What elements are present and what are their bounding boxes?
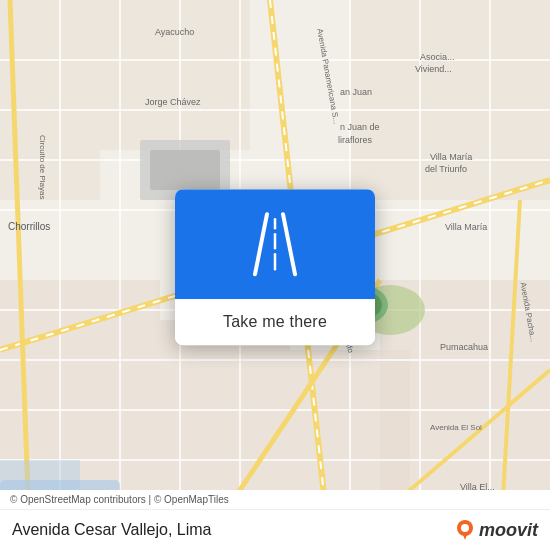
moovit-pin-icon <box>453 518 477 542</box>
svg-text:Chorrillos: Chorrillos <box>8 221 50 232</box>
location-row: Avenida Cesar Vallejo, Lima moovit <box>0 510 550 550</box>
svg-text:an Juan: an Juan <box>340 87 372 97</box>
svg-text:Ayacucho: Ayacucho <box>155 27 194 37</box>
svg-text:Pumacahua: Pumacahua <box>440 342 488 352</box>
svg-text:Avenida El Sol: Avenida El Sol <box>430 423 482 432</box>
card-icon-area <box>175 189 375 299</box>
take-me-there-button[interactable]: Take me there <box>175 299 375 345</box>
svg-text:liraflores: liraflores <box>338 135 373 145</box>
attribution-row: © OpenStreetMap contributors | © OpenMap… <box>0 490 550 510</box>
svg-rect-36 <box>150 150 220 190</box>
svg-text:Villa María: Villa María <box>430 152 472 162</box>
svg-text:Circuito de Playas: Circuito de Playas <box>38 135 47 199</box>
svg-point-64 <box>461 524 469 532</box>
svg-text:Viviend...: Viviend... <box>415 64 452 74</box>
moovit-brand-text: moovit <box>479 520 538 541</box>
action-card: Take me there <box>175 189 375 345</box>
svg-rect-6 <box>100 0 250 150</box>
svg-rect-34 <box>0 460 80 490</box>
svg-line-59 <box>283 214 295 274</box>
svg-text:Asocia...: Asocia... <box>420 52 455 62</box>
svg-text:del Triunfo: del Triunfo <box>425 164 467 174</box>
bottom-bar: © OpenStreetMap contributors | © OpenMap… <box>0 490 550 550</box>
location-name: Avenida Cesar Vallejo, Lima <box>12 521 212 539</box>
svg-text:Jorge Chávez: Jorge Chávez <box>145 97 201 107</box>
svg-text:n Juan de: n Juan de <box>340 122 380 132</box>
moovit-logo: moovit <box>453 518 538 542</box>
svg-line-58 <box>255 214 267 274</box>
map-container: Ayacucho Jorge Chávez Avenida Panamerica… <box>0 0 550 550</box>
svg-text:Villa María: Villa María <box>445 222 487 232</box>
attribution-text: © OpenStreetMap contributors | © OpenMap… <box>10 494 229 505</box>
road-icon <box>235 204 315 284</box>
